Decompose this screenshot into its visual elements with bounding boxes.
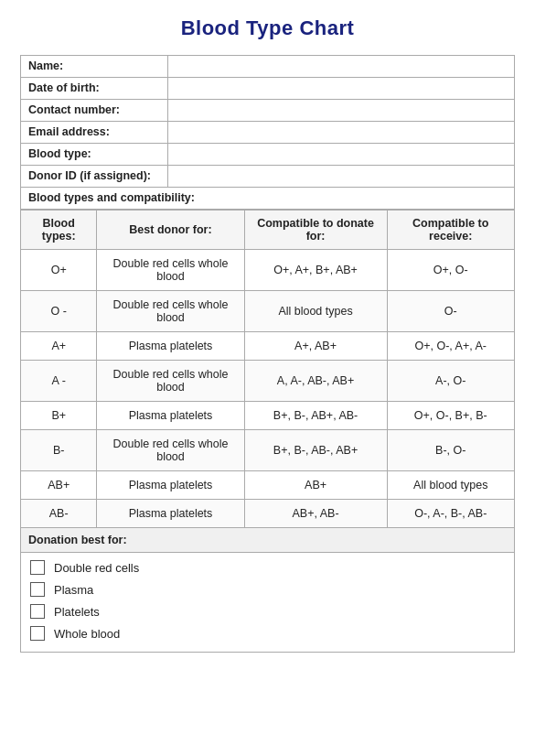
cell-best-donor: Plasma platelets [97,471,244,500]
cell-blood-type: AB+ [21,471,97,500]
cell-receive-from: O+, O-, A+, A- [387,332,515,361]
table-row: AB+ Plasma platelets AB+ All blood types [21,471,515,500]
dob-row: Date of birth: [21,78,514,100]
contact-label: Contact number: [21,100,167,121]
table-header-row: Blood types: Best donor for: Compatible … [21,211,515,250]
donation-section: Donation best for: Double red cells Plas… [20,528,515,653]
page-title: Blood Type Chart [20,16,515,40]
donation-header: Donation best for: [21,528,514,553]
compatibility-header-label: Blood types and compatibility: [21,188,514,209]
cell-blood-type: B- [21,430,97,471]
cell-blood-type: B+ [21,402,97,430]
dob-value [167,78,514,99]
donation-items: Double red cells Plasma Platelets Whole … [21,553,514,652]
table-row: O - Double red cells whole blood All blo… [21,291,515,332]
cell-donate-to: All blood types [244,291,387,332]
donorid-label: Donor ID (if assigned): [21,166,167,187]
col-receive: Compatible to receive: [387,211,515,250]
table-row: B- Double red cells whole blood B+, B-, … [21,430,515,471]
dob-label: Date of birth: [21,78,167,99]
bloodtype-label: Blood type: [21,144,167,165]
col-blood-types: Blood types: [21,211,97,250]
donation-item-label: Whole blood [54,627,120,641]
cell-receive-from: O-, A-, B-, AB- [387,500,515,528]
cell-receive-from: B-, O- [387,430,515,471]
bloodtype-row: Blood type: [21,144,514,166]
cell-donate-to: B+, B-, AB+, AB- [244,402,387,430]
donation-item-label: Platelets [54,605,100,619]
cell-donate-to: A, A-, AB-, AB+ [244,361,387,402]
donation-checkbox[interactable] [30,604,45,619]
cell-best-donor: Plasma platelets [97,402,244,430]
cell-receive-from: O+, O- [387,250,515,291]
info-section: Name: Date of birth: Contact number: Ema… [20,55,515,210]
cell-donate-to: AB+, AB- [244,500,387,528]
cell-receive-from: All blood types [387,471,515,500]
donation-checkbox[interactable] [30,582,45,597]
cell-blood-type: O+ [21,250,97,291]
table-row: A - Double red cells whole blood A, A-, … [21,361,515,402]
cell-best-donor: Double red cells whole blood [97,430,244,471]
email-row: Email address: [21,122,514,144]
contact-row: Contact number: [21,100,514,122]
compatibility-header-row: Blood types and compatibility: [21,188,514,210]
table-row: B+ Plasma platelets B+, B-, AB+, AB- O+,… [21,402,515,430]
cell-best-donor: Double red cells whole blood [97,250,244,291]
donation-checkbox[interactable] [30,560,45,575]
cell-blood-type: O - [21,291,97,332]
col-best-donor: Best donor for: [97,211,244,250]
table-row: AB- Plasma platelets AB+, AB- O-, A-, B-… [21,500,515,528]
cell-best-donor: Double red cells whole blood [97,291,244,332]
cell-receive-from: O+, O-, B+, B- [387,402,515,430]
cell-donate-to: O+, A+, B+, AB+ [244,250,387,291]
cell-blood-type: A - [21,361,97,402]
donation-item[interactable]: Double red cells [30,560,505,575]
name-value [167,56,514,77]
table-row: A+ Plasma platelets A+, AB+ O+, O-, A+, … [21,332,515,361]
cell-donate-to: A+, AB+ [244,332,387,361]
cell-donate-to: B+, B-, AB-, AB+ [244,430,387,471]
donation-item-label: Plasma [54,583,93,597]
col-donate-for: Compatible to donate for: [244,211,387,250]
cell-best-donor: Double red cells whole blood [97,361,244,402]
cell-donate-to: AB+ [244,471,387,500]
name-row: Name: [21,56,514,78]
cell-best-donor: Plasma platelets [97,332,244,361]
name-label: Name: [21,56,167,77]
email-value [167,122,514,143]
donorid-row: Donor ID (if assigned): [21,166,514,188]
bloodtype-value [167,144,514,165]
cell-receive-from: A-, O- [387,361,515,402]
cell-blood-type: AB- [21,500,97,528]
cell-receive-from: O- [387,291,515,332]
email-label: Email address: [21,122,167,143]
table-row: O+ Double red cells whole blood O+, A+, … [21,250,515,291]
donation-item-label: Double red cells [54,561,139,575]
donorid-value [167,166,514,187]
compatibility-table: Blood types: Best donor for: Compatible … [20,210,515,528]
donation-item[interactable]: Plasma [30,582,505,597]
cell-best-donor: Plasma platelets [97,500,244,528]
donation-checkbox[interactable] [30,626,45,641]
donation-item[interactable]: Whole blood [30,626,505,641]
contact-value [167,100,514,121]
cell-blood-type: A+ [21,332,97,361]
donation-item[interactable]: Platelets [30,604,505,619]
